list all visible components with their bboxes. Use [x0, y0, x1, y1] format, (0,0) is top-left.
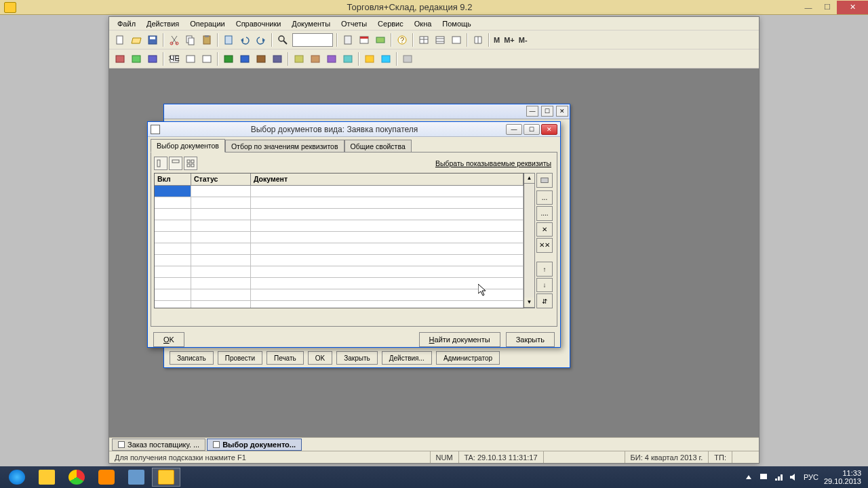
- col-status[interactable]: Статус: [191, 174, 251, 185]
- taskbar-ie-icon[interactable]: [3, 468, 31, 487]
- tb-help-icon[interactable]: ?: [395, 33, 410, 47]
- tb2-15[interactable]: [362, 52, 377, 66]
- col-document[interactable]: Документ: [251, 174, 524, 185]
- tb2-2[interactable]: [129, 52, 144, 66]
- side-up[interactable]: ↑: [536, 262, 553, 277]
- grid-body[interactable]: [155, 186, 524, 308]
- tb-mminus[interactable]: M-: [517, 36, 530, 44]
- menu-service[interactable]: Сервис: [372, 18, 409, 29]
- tb2-16[interactable]: [378, 52, 393, 66]
- tb-grid2-icon[interactable]: [433, 33, 448, 47]
- menu-directories[interactable]: Справочники: [231, 18, 287, 29]
- tb2-5[interactable]: [183, 52, 198, 66]
- dialog-max-button[interactable]: ☐: [524, 124, 540, 135]
- mdi-child-close-icon[interactable]: ✕: [556, 106, 568, 117]
- menu-actions[interactable]: Действия: [141, 18, 184, 29]
- menu-reports[interactable]: Отчеты: [336, 18, 372, 29]
- tb2-17[interactable]: [400, 52, 415, 66]
- close-button[interactable]: Закрыть: [506, 332, 555, 347]
- tb-cut-icon[interactable]: [167, 33, 182, 47]
- tb-find-icon[interactable]: [275, 33, 290, 47]
- scroll-up-icon[interactable]: ▲: [524, 174, 534, 184]
- tray-flag-icon[interactable]: [759, 472, 768, 482]
- menu-documents[interactable]: Документы: [286, 18, 336, 29]
- tray-sound-icon[interactable]: [789, 472, 798, 482]
- tb-book-icon[interactable]: [471, 33, 486, 47]
- dialog-close-button[interactable]: ✕: [541, 124, 557, 135]
- view-btn-3[interactable]: [184, 157, 197, 170]
- tb-grid1-icon[interactable]: [416, 33, 431, 47]
- bg-btn-actions[interactable]: Действия...: [382, 351, 432, 365]
- tb2-9[interactable]: [254, 52, 269, 66]
- os-maximize-button[interactable]: ☐: [818, 1, 837, 14]
- tb2-14[interactable]: [340, 52, 355, 66]
- view-btn-1[interactable]: [154, 157, 167, 170]
- tb-copy-icon[interactable]: [183, 33, 198, 47]
- bg-btn-print[interactable]: Печать: [267, 351, 304, 365]
- tray-network-icon[interactable]: [774, 472, 783, 482]
- grid-scrollbar[interactable]: ▲ ▼: [524, 173, 535, 308]
- bg-btn-ok[interactable]: OK: [308, 351, 332, 365]
- dialog-titlebar[interactable]: Выбор документов вида: Заявка покупателя…: [148, 122, 560, 137]
- mdi-tab-selection[interactable]: Выбор документо...: [207, 439, 302, 451]
- side-double-dots[interactable]: ....: [536, 206, 553, 221]
- menu-operations[interactable]: Операции: [184, 18, 230, 29]
- tb-save-icon[interactable]: [145, 33, 160, 47]
- side-settings-icon[interactable]: [536, 173, 553, 188]
- tb2-11[interactable]: [292, 52, 307, 66]
- menu-help[interactable]: Помощь: [437, 18, 477, 29]
- bg-btn-post[interactable]: Провести: [218, 351, 262, 365]
- tb2-13[interactable]: [324, 52, 339, 66]
- tb2-4[interactable]: СЧЕТ: [167, 52, 182, 66]
- os-minimize-button[interactable]: —: [799, 1, 818, 14]
- mdi-child-min-icon[interactable]: —: [526, 106, 538, 117]
- choose-fields-link[interactable]: Выбрать показываемые реквизиты: [435, 159, 554, 167]
- tb-m[interactable]: M: [492, 36, 502, 44]
- tab-filter[interactable]: Отбор по значениям реквизитов: [225, 140, 344, 152]
- tb-paste-icon[interactable]: [199, 33, 214, 47]
- tab-general[interactable]: Общие свойства: [344, 140, 412, 152]
- taskbar-app-icon[interactable]: [152, 468, 180, 487]
- documents-grid[interactable]: Вкл Статус Документ: [154, 173, 524, 308]
- col-on[interactable]: Вкл: [155, 174, 191, 185]
- tb-redo-icon[interactable]: [254, 33, 269, 47]
- tab-doc-select[interactable]: Выбор документов: [151, 139, 225, 152]
- tb-mplus[interactable]: M+: [502, 36, 517, 44]
- tb-calc-icon[interactable]: [340, 33, 355, 47]
- side-xx[interactable]: ✕✕: [536, 238, 553, 253]
- mdi-tab-order[interactable]: Заказ поставщику. ...: [112, 439, 205, 451]
- tb2-12[interactable]: [308, 52, 323, 66]
- menu-windows[interactable]: Окна: [409, 18, 437, 29]
- tb2-1[interactable]: [113, 52, 127, 66]
- scroll-down-icon[interactable]: ▼: [524, 298, 534, 308]
- tb-open-icon[interactable]: [129, 33, 144, 47]
- mdi-child-max-icon[interactable]: ☐: [541, 106, 553, 117]
- tb2-7[interactable]: [221, 52, 236, 66]
- view-btn-2[interactable]: [169, 157, 182, 170]
- bg-btn-admin[interactable]: Администратор: [436, 351, 500, 365]
- side-down[interactable]: ↓: [536, 278, 553, 293]
- tb2-10[interactable]: [270, 52, 285, 66]
- ok-button[interactable]: OOKK: [153, 332, 184, 347]
- tb2-6[interactable]: [199, 52, 214, 66]
- tray-up-icon[interactable]: [744, 472, 753, 482]
- taskbar-chrome-icon[interactable]: [62, 468, 91, 487]
- tb-btn-a[interactable]: [373, 33, 388, 47]
- tray-lang[interactable]: РУС: [804, 473, 818, 481]
- tray-clock[interactable]: 11:33 29.10.2013: [824, 469, 861, 485]
- menu-file[interactable]: Файл: [112, 18, 141, 29]
- tb2-8[interactable]: [237, 52, 252, 66]
- tb-cal-icon[interactable]: [357, 33, 372, 47]
- dialog-min-button[interactable]: —: [506, 124, 522, 135]
- os-close-button[interactable]: ✕: [837, 1, 868, 14]
- tb-new-icon[interactable]: [113, 33, 127, 47]
- tb-doc1-icon[interactable]: [221, 33, 236, 47]
- tb-find-combo[interactable]: [292, 33, 333, 47]
- mdi-child-order-titlebar[interactable]: ✕ ☐ —: [164, 104, 570, 119]
- tb-undo-icon[interactable]: [237, 33, 252, 47]
- side-sort[interactable]: ⇵: [536, 293, 553, 308]
- bg-btn-record[interactable]: Записать: [170, 351, 214, 365]
- tb2-3[interactable]: [145, 52, 160, 66]
- find-documents-button[interactable]: Найти документы: [419, 332, 500, 347]
- tb-grid3-icon[interactable]: [449, 33, 464, 47]
